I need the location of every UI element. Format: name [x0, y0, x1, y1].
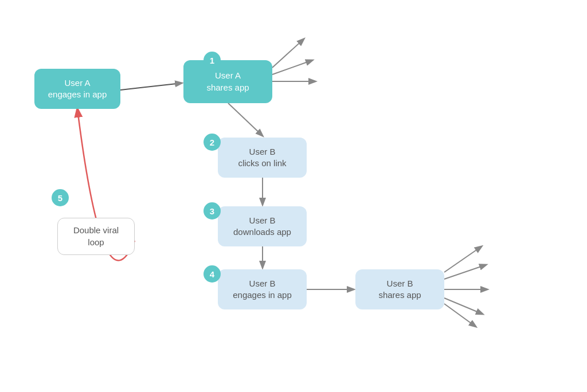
svg-line-9 — [444, 265, 486, 279]
svg-line-8 — [444, 246, 482, 272]
node-double-viral: Double viral loop — [57, 218, 135, 255]
badge-3: 3 — [204, 202, 221, 219]
badge-4: 4 — [204, 265, 221, 283]
badge-5: 5 — [52, 189, 69, 206]
svg-line-5 — [272, 39, 304, 68]
svg-line-12 — [444, 304, 476, 327]
diagram: User A engages in app User A shares app … — [0, 0, 587, 392]
svg-line-1 — [228, 103, 263, 136]
node-userB-clicks: User B clicks on link — [218, 138, 307, 178]
node-userB-downloads: User B downloads app — [218, 206, 307, 246]
badge-2: 2 — [204, 134, 221, 151]
svg-line-11 — [444, 298, 483, 314]
svg-line-0 — [120, 83, 182, 90]
node-userA-engages: User A engages in app — [34, 69, 120, 109]
badge-1: 1 — [204, 52, 221, 69]
node-userB-shares: User B shares app — [355, 269, 444, 309]
node-userB-engages: User B engages in app — [218, 269, 307, 309]
svg-line-6 — [272, 60, 312, 75]
node-userA-shares: User A shares app — [183, 60, 272, 103]
